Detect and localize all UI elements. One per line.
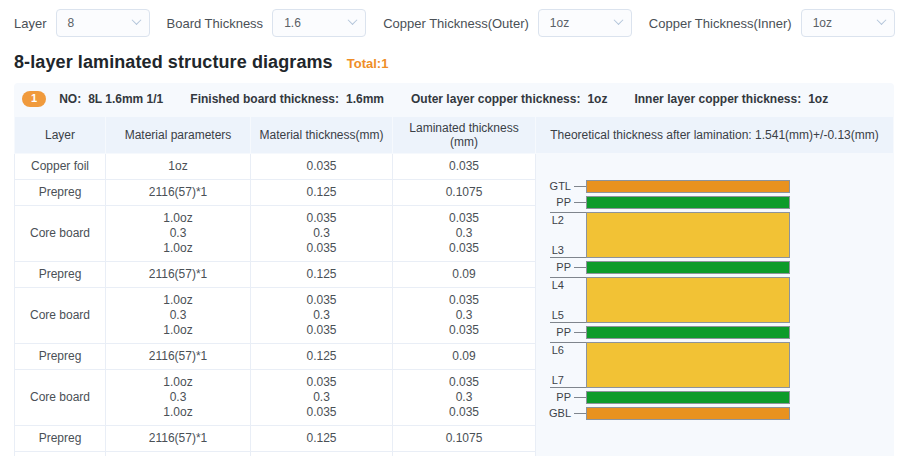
prepreg-bar: [586, 196, 790, 209]
prepreg-bar: [586, 391, 790, 404]
total-count: Total:1: [347, 56, 389, 71]
stackup-summary-bar: 1 NO:8L 1.6mm 1/1 Finished board thickne…: [14, 83, 894, 116]
copper-inner-label: Copper Thickness(Inner): [649, 16, 792, 31]
cell-material: 0.035 0.3 0.035: [251, 206, 393, 262]
connector-line: [550, 212, 587, 213]
summary-inner-copper-label: Inner layer copper thickness:: [634, 92, 801, 106]
cell-params: 1.0oz 0.3 1.0oz: [106, 370, 251, 426]
cell-layer: Copper foil: [15, 452, 106, 456]
pcb-stackup-page: Layer 8 Board Thickness 1.6 Copper Thick…: [0, 9, 908, 456]
cell-line: 1.0oz: [110, 293, 246, 308]
cell-line: 0.035: [255, 211, 388, 226]
cell-laminated: 0.035 0.3 0.035: [393, 288, 536, 344]
diagram-index-badge[interactable]: 1: [22, 91, 46, 107]
cell-laminated: 0.09: [393, 262, 536, 288]
copper-inner-select-value: 1oz: [813, 16, 832, 30]
summary-outer-copper-label: Outer layer copper thickness:: [411, 92, 580, 106]
copper-inner-select[interactable]: 1oz: [801, 9, 895, 37]
cell-line: 0.035: [255, 323, 388, 338]
summary-no-label: NO:: [59, 92, 81, 106]
summary-finished-thickness-label: Finished board thickness:: [190, 92, 339, 106]
cell-params: 2116(57)*1: [106, 262, 251, 288]
table-header-row: Layer Material parameters Material thick…: [15, 117, 894, 154]
stackup-layer-label: GBL: [536, 408, 571, 419]
summary-inner-copper: Inner layer copper thickness:1oz: [634, 92, 828, 106]
copper-top-bar: [586, 180, 790, 193]
core-bar: [586, 277, 790, 323]
cell-laminated: 0.035 0.3 0.035: [393, 206, 536, 262]
stackup-layer-pp: PP: [536, 326, 796, 339]
copper-outer-label: Copper Thickness(Outer): [383, 16, 529, 31]
connector-line: [574, 332, 586, 333]
stackup-layer-label: L5: [536, 309, 564, 321]
cell-line: 0.3: [397, 390, 531, 405]
connector-line: [550, 387, 587, 388]
cell-line: 0.035: [255, 241, 388, 256]
col-header-material-thickness: Material thickness(mm): [251, 117, 393, 154]
prepreg-bar: [586, 326, 790, 339]
connector-line: [574, 397, 586, 398]
cell-laminated: 0.1075: [393, 426, 536, 452]
cell-line: 0.035: [397, 405, 531, 420]
layer-label: Layer: [14, 16, 47, 31]
copper-outer-select-value: 1oz: [550, 16, 569, 30]
cell-line: 1.0oz: [110, 241, 246, 256]
cell-params: 1oz: [106, 154, 251, 180]
cell-line: 0.3: [110, 226, 246, 241]
cell-line: 0.035: [397, 323, 531, 338]
col-header-layer: Layer: [15, 117, 106, 154]
cell-line: 0.3: [397, 308, 531, 323]
stackup-layer-pp: PP: [536, 261, 796, 274]
stackup-layer-core-l2-l3: L2 L3: [536, 212, 796, 258]
cell-material: 0.035 0.3 0.035: [251, 370, 393, 426]
stackup-table: Layer Material parameters Material thick…: [14, 116, 894, 456]
cell-layer: Prepreg: [15, 180, 106, 206]
copper-outer-select[interactable]: 1oz: [538, 9, 632, 37]
cell-line: 0.3: [255, 308, 388, 323]
cell-params: 2116(57)*1: [106, 344, 251, 370]
chevron-down-icon: [613, 15, 623, 25]
chevron-down-icon: [876, 15, 886, 25]
stackup-layer-core-l4-l5: L4 L5: [536, 277, 796, 323]
cell-params: 2116(57)*1: [106, 180, 251, 206]
cell-layer: Prepreg: [15, 262, 106, 288]
copper-outer-control: Copper Thickness(Outer) 1oz: [383, 9, 632, 37]
chevron-down-icon: [348, 15, 358, 25]
col-header-theoretical-thickness: Theoretical thickness after lamination: …: [536, 117, 894, 154]
board-thickness-select[interactable]: 1.6: [272, 9, 366, 37]
cell-line: 0.3: [255, 390, 388, 405]
cell-line: 0.035: [397, 211, 531, 226]
cell-line: 0.3: [255, 226, 388, 241]
summary-inner-copper-value: 1oz: [808, 92, 828, 106]
copper-inner-control: Copper Thickness(Inner) 1oz: [649, 9, 895, 37]
cell-laminated: 0.1075: [393, 180, 536, 206]
page-title: 8-layer laminated structure diagrams: [14, 52, 333, 73]
cell-params: 2116(57)*1: [106, 426, 251, 452]
core-bar: [586, 212, 790, 258]
layer-select[interactable]: 8: [56, 9, 150, 37]
layer-control: Layer 8: [14, 9, 150, 37]
cell-laminated: 0.035: [393, 154, 536, 180]
cell-laminated: 0.035: [393, 452, 536, 456]
cell-line: 1.0oz: [110, 405, 246, 420]
core-bar: [586, 342, 790, 388]
summary-outer-copper-value: 1oz: [587, 92, 607, 106]
cell-line: 1.0oz: [110, 323, 246, 338]
cell-material: 0.035: [251, 154, 393, 180]
stackup-layer-pp: PP: [536, 196, 796, 209]
stackup-layer-label: L3: [536, 244, 564, 256]
stackup-layer-pp: PP: [536, 391, 796, 404]
stackup-layer-core-l6-l7: L6 L7: [536, 342, 796, 388]
summary-outer-copper: Outer layer copper thickness:1oz: [411, 92, 607, 106]
col-header-laminated-thickness: Laminated thickness (mm): [393, 117, 536, 154]
cell-layer: Core board: [15, 370, 106, 426]
connector-line: [550, 277, 587, 278]
summary-finished-thickness: Finished board thickness:1.6mm: [190, 92, 384, 106]
stackup-layer-label: L7: [536, 374, 564, 386]
stackup-layer-label: PP: [536, 392, 571, 403]
connector-line: [574, 413, 586, 414]
prepreg-bar: [586, 261, 790, 274]
connector-line: [550, 257, 587, 258]
stackup-diagram-cell: GTL PP L2: [536, 154, 894, 456]
stackup-layer-label: L6: [536, 344, 564, 356]
